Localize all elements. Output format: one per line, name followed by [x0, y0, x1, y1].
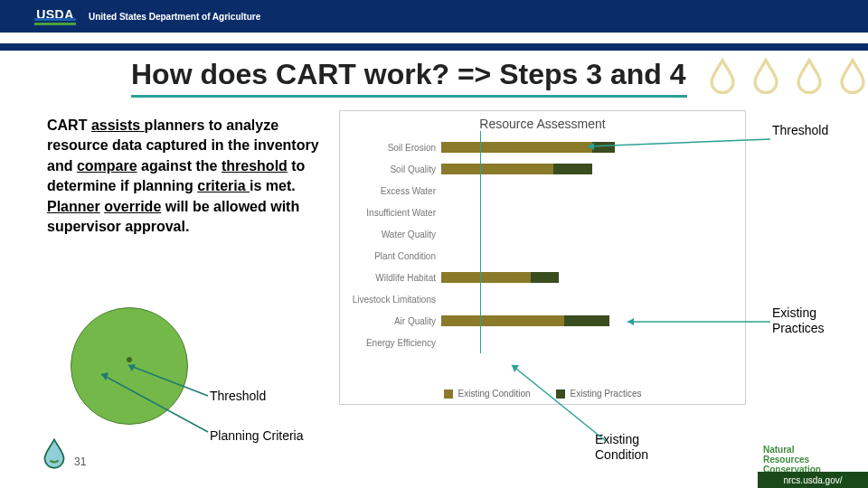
legend-label: Existing Practices — [571, 389, 642, 399]
header-inner: USDA United States Department of Agricul… — [34, 7, 260, 25]
chart-body: Soil ErosionSoil QualityExcess WaterInsu… — [340, 131, 745, 353]
droplet-icon — [707, 58, 738, 94]
bar-row: Wildlife Habitat — [441, 267, 734, 288]
bar-existing-practices — [564, 315, 609, 326]
nrcs-line: Natural — [763, 445, 794, 455]
slide: USDA United States Department of Agricul… — [0, 0, 868, 488]
t: is met. — [250, 178, 296, 193]
bar-existing-condition — [441, 142, 592, 153]
bar-label: Water Quality — [345, 230, 436, 239]
callout-existing-practices: Existing Practices — [772, 305, 825, 336]
swatch-icon — [556, 389, 565, 399]
legend-item-ec: Existing Condition — [444, 389, 531, 399]
bar-row: Air Quality — [441, 310, 734, 332]
pie-graphic — [71, 307, 188, 425]
bar-row: Excess Water — [441, 180, 734, 202]
bar-track — [441, 164, 722, 174]
nrcs-line: Resources — [763, 455, 809, 465]
title-underline: How does CART work? => Steps 3 and 4 — [131, 58, 687, 98]
bar-label: Energy Efficiency — [345, 338, 436, 348]
header-bar: USDA United States Department of Agricul… — [0, 0, 868, 38]
page-number: 31 — [74, 455, 86, 468]
usda-logo: USDA — [34, 7, 76, 25]
t: CART — [47, 117, 91, 133]
bar-track — [441, 250, 722, 261]
bar-label: Wildlife Habitat — [345, 273, 436, 283]
bar-track — [441, 207, 722, 218]
t: assists — [91, 117, 145, 133]
callout-existing-condition: Existing Condition — [595, 432, 648, 463]
droplet-icon — [794, 58, 825, 94]
bar-label: Livestock Limitations — [345, 295, 436, 305]
chart-panel: Resource Assessment Soil ErosionSoil Qua… — [339, 110, 746, 405]
bar-label: Air Quality — [345, 316, 436, 326]
chart-legend: Existing Condition Existing Practices — [340, 389, 745, 399]
header-accent-bar — [0, 43, 868, 51]
bar-track — [441, 272, 722, 283]
callout-threshold: Threshold — [772, 123, 828, 137]
droplet-decor-row — [707, 58, 868, 94]
bar-track — [441, 337, 722, 348]
legend-label: Existing Condition — [458, 389, 531, 399]
header-dept: United States Department of Agriculture — [89, 12, 260, 22]
bar-track — [441, 294, 722, 305]
bar-row: Energy Efficiency — [441, 332, 734, 353]
swatch-icon — [444, 389, 453, 399]
bar-existing-condition — [441, 164, 553, 174]
bar-row: Plant Condition — [441, 245, 734, 267]
t: against the — [137, 158, 222, 174]
bar-row: Soil Erosion — [441, 136, 734, 158]
bar-label: Soil Erosion — [345, 143, 436, 153]
threshold-line — [480, 131, 481, 353]
usda-logo-bars-icon — [34, 23, 76, 25]
t: threshold — [222, 158, 288, 174]
bar-label: Excess Water — [345, 186, 436, 196]
bar-label: Insufficient Water — [345, 208, 436, 218]
callout-threshold-pie: Threshold — [210, 389, 266, 403]
legend-item-ep: Existing Practices — [556, 389, 642, 399]
bar-existing-practices — [592, 142, 615, 153]
droplet-icon — [750, 58, 781, 94]
slide-title: How does CART work? => Steps 3 and 4 — [131, 58, 687, 91]
t: override — [104, 199, 161, 214]
t: Planner — [47, 199, 100, 214]
body-paragraph: CART assists planners to analyze resourc… — [47, 116, 323, 237]
bar-existing-condition — [441, 315, 564, 326]
bar-track — [441, 142, 722, 153]
nrcs-logo: Natural Resources Conservation Service n… — [758, 430, 868, 488]
nrcs-url-badge: nrcs.usda.gov/ — [758, 472, 868, 488]
droplet-icon — [837, 58, 868, 94]
t: compare — [77, 158, 137, 174]
bar-label: Plant Condition — [345, 251, 436, 261]
callout-planning-criteria: Planning Criteria — [210, 428, 304, 443]
bar-row: Soil Quality — [441, 158, 734, 180]
bar-existing-practices — [553, 164, 592, 174]
bar-track — [441, 315, 722, 326]
bar-track — [441, 185, 722, 196]
bar-row: Livestock Limitations — [441, 288, 734, 310]
bar-existing-practices — [531, 272, 559, 283]
nrcs-droplet-icon — [42, 437, 67, 468]
chart-title: Resource Assessment — [340, 111, 745, 131]
bar-row: Water Quality — [441, 223, 734, 245]
bar-row: Insufficient Water — [441, 202, 734, 223]
bar-existing-condition — [441, 272, 531, 283]
bar-track — [441, 229, 722, 239]
bar-label: Soil Quality — [345, 164, 436, 174]
t: criteria — [197, 178, 250, 193]
